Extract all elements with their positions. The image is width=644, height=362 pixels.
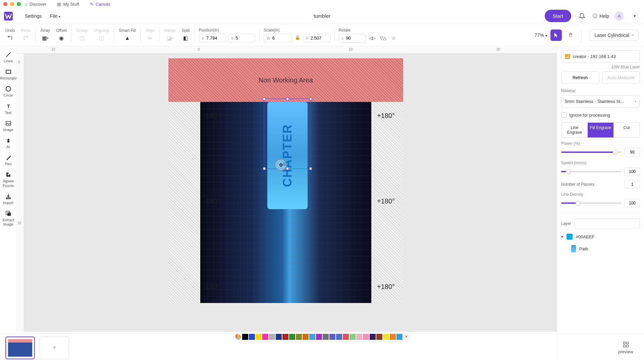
tool-text[interactable]: TText	[0, 101, 16, 118]
notifications-icon[interactable]	[577, 11, 587, 21]
layer-color-row[interactable]: ▾ #00AEEF	[561, 231, 640, 242]
help-button[interactable]: ⓘHelp	[593, 13, 609, 19]
mode-fill-engrave[interactable]: Fill Engrave	[588, 123, 614, 137]
start-button[interactable]: Start	[545, 10, 572, 22]
camera-view: CHAPTER ✥	[200, 102, 371, 303]
tool-extract-image[interactable]: Extract Image	[0, 208, 16, 229]
device-selector[interactable]: 📶creator - 192.168.1.43	[561, 50, 640, 63]
tool-import[interactable]: Import	[0, 191, 16, 208]
document-title[interactable]: tumbler	[314, 13, 330, 19]
svg-point-5	[7, 139, 9, 141]
resize-handle-se[interactable]	[309, 167, 312, 170]
position-controls: Position(in) X Y	[197, 26, 258, 44]
path-thumbnail-icon	[571, 245, 576, 252]
add-page-button[interactable]: +	[40, 337, 69, 359]
tab-canvas[interactable]: ✎Canvas	[85, 0, 115, 8]
preview-button[interactable]: preview	[613, 339, 639, 357]
tool-ai[interactable]: AI	[0, 135, 16, 152]
group-button: Group◫	[74, 27, 90, 44]
tool-jigsaw[interactable]: Jigsaw Puzzle	[0, 169, 16, 190]
zoom-value[interactable]: 77% ▾	[535, 33, 547, 38]
svg-text:T: T	[7, 104, 10, 109]
position-x-input[interactable]	[206, 36, 223, 41]
close-window[interactable]	[3, 2, 7, 6]
page-thumbnail-1[interactable]	[5, 337, 35, 359]
undo-button[interactable]: Undo	[3, 27, 18, 44]
density-input[interactable]	[625, 199, 640, 207]
speed-input[interactable]	[625, 167, 640, 176]
zoom-controls: 77% ▾ Laser Cylindrical▾	[535, 28, 641, 42]
align-baseline-button[interactable]: ⎍	[389, 34, 398, 43]
menu-file[interactable]: File ▾	[46, 11, 64, 21]
lock-aspect-icon[interactable]: 🔒	[294, 34, 301, 41]
ignore-checkbox-row[interactable]: Ignore for processing	[561, 112, 640, 118]
ignore-checkbox[interactable]	[561, 112, 567, 118]
passes-input[interactable]	[625, 180, 640, 189]
tool-lines[interactable]: Lines	[0, 49, 16, 66]
resize-handle-nw[interactable]	[263, 98, 266, 100]
menu-settings[interactable]: Settings	[21, 11, 46, 21]
flip-vertical-button[interactable]: ▽△	[379, 34, 387, 43]
flip-horizontal-button[interactable]: ◁▷	[368, 34, 377, 43]
split-button[interactable]: Split◧	[179, 27, 193, 44]
tab-my-stuff[interactable]: ▤My Stuff	[52, 0, 84, 8]
smart-fill-button[interactable]: Smart Fill▲	[116, 27, 139, 44]
mode-line-engrave[interactable]: Line Engrave	[561, 123, 588, 137]
rotate-controls: Rotate ⟀ ◁▷ ▽△ ⎍	[337, 26, 400, 44]
resize-handle-s[interactable]	[286, 167, 289, 170]
canvas[interactable]: Non Working Area CHAPTER ✥ -180° +180° -…	[24, 54, 557, 332]
machine-mode-select[interactable]: Laser Cylindrical▾	[590, 29, 639, 41]
tool-rectangle[interactable]: Rectangle	[0, 66, 16, 83]
power-slider[interactable]	[561, 152, 621, 153]
folder-icon: ▤	[57, 2, 61, 7]
svg-point-2	[6, 86, 11, 91]
chevron-down-icon[interactable]: ▾	[629, 11, 640, 21]
ungroup-button: Ungroup◫	[91, 27, 112, 44]
rotate-input[interactable]	[346, 36, 363, 41]
layer-item-path[interactable]: Path	[561, 242, 640, 255]
ruler-vertical: 0 10	[17, 54, 24, 332]
power-input[interactable]	[625, 148, 640, 157]
laser-info: 10W Blue Laser	[561, 63, 640, 71]
user-avatar[interactable]: A	[614, 11, 624, 21]
help-icon: ⓘ	[593, 13, 597, 19]
refresh-button[interactable]: Refresh	[561, 71, 599, 84]
minimize-window[interactable]	[10, 2, 14, 6]
rotate-field[interactable]: ⟀	[339, 34, 366, 43]
auto-measure-button: Auto Measure	[602, 71, 640, 84]
chevron-down-icon[interactable]: ▾	[561, 235, 563, 239]
position-y-input[interactable]	[235, 36, 252, 41]
material-select[interactable]: 5mm Stainless - Stainless St...▾	[561, 95, 640, 108]
resize-handle-n[interactable]	[286, 98, 289, 100]
tool-image[interactable]: Image	[0, 118, 16, 135]
array-button[interactable]: Array▦ ▾	[38, 27, 53, 44]
chevron-down-icon: ▾	[59, 15, 60, 18]
scale-w-field[interactable]: W	[264, 34, 292, 42]
selection-box[interactable]	[264, 99, 311, 169]
resize-handle-ne[interactable]	[309, 98, 312, 100]
tab-discover[interactable]: ⌂Discover	[20, 0, 51, 8]
tool-pen[interactable]: Pen	[0, 152, 16, 169]
layer-name-input[interactable]	[575, 219, 640, 228]
offset-button[interactable]: Offset◉	[53, 27, 69, 44]
layer-color-swatch[interactable]	[567, 234, 573, 240]
scale-w-input[interactable]	[272, 36, 289, 41]
app-logo[interactable]	[4, 12, 13, 20]
layer-color-hex: #00AEEF	[576, 234, 595, 239]
scale-h-input[interactable]	[311, 36, 327, 41]
density-slider[interactable]	[561, 202, 621, 204]
passes-label: Number of Passes	[561, 182, 594, 187]
pan-mode-button[interactable]	[565, 29, 577, 41]
degree-label: -180°	[204, 197, 220, 205]
resize-handle-sw[interactable]	[263, 167, 266, 170]
layer-label: Layer	[561, 221, 571, 226]
scale-h-field[interactable]: H	[303, 34, 330, 42]
tool-circle[interactable]: Circle	[0, 83, 16, 100]
position-x-field[interactable]: X	[199, 34, 226, 42]
toolbar: Undo Redo Array▦ ▾ Offset◉ Group◫ Ungrou…	[0, 24, 644, 46]
mode-cut[interactable]: Cut	[613, 123, 640, 137]
select-mode-button[interactable]	[550, 29, 562, 41]
artboard: Non Working Area CHAPTER ✥ -180° +180° -…	[168, 58, 403, 303]
speed-slider[interactable]	[561, 171, 621, 172]
position-y-field[interactable]: Y	[228, 34, 255, 42]
